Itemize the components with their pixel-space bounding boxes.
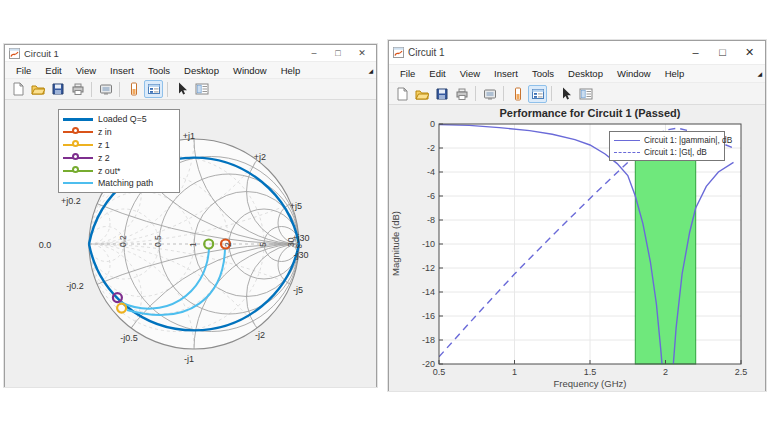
menubar: File Edit View Insert Tools Desktop Wind… [389, 65, 765, 83]
matlab-figure-icon [393, 47, 404, 58]
svg-text:2.5: 2.5 [735, 367, 748, 377]
menu-file[interactable]: File [393, 65, 422, 82]
svg-text:0: 0 [430, 119, 435, 129]
toolbar-separator [119, 82, 120, 97]
toolbar-separator [475, 86, 476, 101]
insert-legend-icon[interactable] [144, 80, 163, 98]
menu-insert[interactable]: Insert [487, 65, 525, 82]
menu-help[interactable]: Help [274, 62, 308, 79]
svg-text:+j1: +j1 [183, 131, 195, 141]
insert-colorbar-icon[interactable] [124, 80, 143, 98]
link-plot-icon[interactable] [480, 85, 499, 103]
menu-overflow-icon[interactable]: ◢ [368, 67, 373, 74]
menu-help[interactable]: Help [658, 65, 692, 82]
svg-text:-16: -16 [422, 311, 435, 321]
figure-window-performance: Circuit 1 – □ ✕ File Edit View Insert To… [388, 40, 766, 391]
svg-text:-j0.2: -j0.2 [66, 281, 84, 291]
smith-legend[interactable]: Loaded Q=5 z in z 1 z 2 z out* [58, 109, 180, 193]
menu-desktop[interactable]: Desktop [561, 65, 610, 82]
menu-insert[interactable]: Insert [103, 62, 141, 79]
menu-file[interactable]: File [9, 62, 38, 79]
toolbar-separator [167, 82, 168, 97]
performance-legend[interactable]: Circuit 1: |gammain|, dB Circuit 1: |Gt|… [609, 131, 725, 161]
svg-text:-10: -10 [422, 239, 435, 249]
link-plot-icon[interactable] [96, 80, 115, 98]
save-figure-icon[interactable] [432, 85, 451, 103]
edit-plot-icon[interactable] [556, 85, 575, 103]
svg-text:-8: -8 [427, 215, 435, 225]
legend-row-z-in: z in [63, 126, 175, 139]
svg-text:-20: -20 [422, 359, 435, 369]
window-title: Circuit 1 [408, 47, 445, 58]
legend-row-gammain: Circuit 1: |gammain|, dB [614, 134, 720, 146]
maximize-button[interactable]: □ [326, 49, 350, 58]
titlebar[interactable]: Circuit 1 – □ ✕ [5, 45, 376, 62]
legend-row-matching-path: Matching path [63, 177, 175, 190]
svg-text:+j0.2: +j0.2 [61, 196, 81, 206]
svg-text:1: 1 [512, 367, 517, 377]
menu-window[interactable]: Window [610, 65, 658, 82]
insert-colorbar-icon[interactable] [508, 85, 527, 103]
matlab-figure-icon [9, 48, 20, 59]
print-figure-icon[interactable] [68, 80, 87, 98]
menu-overflow-icon[interactable]: ◢ [757, 70, 762, 77]
svg-text:-4: -4 [427, 167, 435, 177]
svg-text:-6: -6 [427, 191, 435, 201]
screenshot-stage: Circuit 1 – □ ✕ File Edit View Insert To… [0, 0, 768, 432]
window-title: Circuit 1 [24, 48, 59, 59]
toolbar [389, 83, 765, 105]
svg-text:-j5: -j5 [293, 285, 303, 295]
smith-figure-canvas: 0.0 +j0.2 +j1 +j2 +j5 +j30 ∞ -j30 -j5 -j… [5, 100, 376, 387]
close-button[interactable]: ✕ [736, 47, 763, 58]
menu-view[interactable]: View [453, 65, 487, 82]
svg-text:5: 5 [258, 242, 268, 247]
legend-row-gt: Circuit 1: |Gt|, dB [614, 146, 720, 158]
print-figure-icon[interactable] [452, 85, 471, 103]
svg-text:-2: -2 [427, 143, 435, 153]
menu-desktop[interactable]: Desktop [177, 62, 226, 79]
save-figure-icon[interactable] [48, 80, 67, 98]
y-axis-label: Magnitude (dB) [390, 184, 401, 304]
svg-text:+j2: +j2 [254, 152, 266, 162]
new-figure-icon[interactable] [8, 80, 27, 98]
edit-plot-icon[interactable] [172, 80, 191, 98]
svg-text:2: 2 [663, 367, 668, 377]
svg-text:0.2: 0.2 [118, 235, 128, 247]
toolbar-separator [551, 86, 552, 101]
svg-text:30: 30 [286, 237, 296, 247]
menu-window[interactable]: Window [226, 62, 274, 79]
svg-text:1: 1 [188, 242, 198, 247]
menu-tools[interactable]: Tools [141, 62, 177, 79]
toolbar-separator [503, 86, 504, 101]
performance-figure-canvas: Performance for Circuit 1 (Passed) 0.511… [389, 105, 765, 391]
dashed-line-sample [614, 152, 640, 153]
toolbar [5, 79, 376, 100]
menubar: File Edit View Insert Tools Desktop Wind… [5, 62, 376, 79]
open-file-icon[interactable] [412, 85, 431, 103]
legend-row-z-out: z out* [63, 164, 175, 177]
minimize-button[interactable]: – [682, 47, 709, 58]
menu-view[interactable]: View [69, 62, 103, 79]
open-file-icon[interactable] [28, 80, 47, 98]
close-button[interactable]: ✕ [350, 49, 374, 58]
menu-edit[interactable]: Edit [38, 62, 68, 79]
svg-text:-j2: -j2 [255, 330, 265, 340]
legend-row-z2: z 2 [63, 151, 175, 164]
svg-text:-j30: -j30 [293, 250, 308, 260]
insert-legend-icon[interactable] [528, 85, 547, 103]
property-inspector-icon[interactable] [576, 85, 595, 103]
property-inspector-icon[interactable] [192, 80, 211, 98]
svg-text:-18: -18 [422, 335, 435, 345]
menu-tools[interactable]: Tools [525, 65, 561, 82]
menu-edit[interactable]: Edit [422, 65, 452, 82]
svg-text:1.5: 1.5 [584, 367, 597, 377]
svg-text:0.5: 0.5 [153, 235, 163, 247]
maximize-button[interactable]: □ [709, 47, 736, 58]
svg-text:0.0: 0.0 [39, 240, 52, 250]
plot-title: Performance for Circuit 1 (Passed) [439, 107, 741, 119]
titlebar[interactable]: Circuit 1 – □ ✕ [389, 41, 765, 65]
minimize-button[interactable]: – [302, 49, 326, 58]
new-figure-icon[interactable] [392, 85, 411, 103]
svg-text:-j0.5: -j0.5 [120, 333, 138, 343]
legend-row-z1: z 1 [63, 139, 175, 152]
